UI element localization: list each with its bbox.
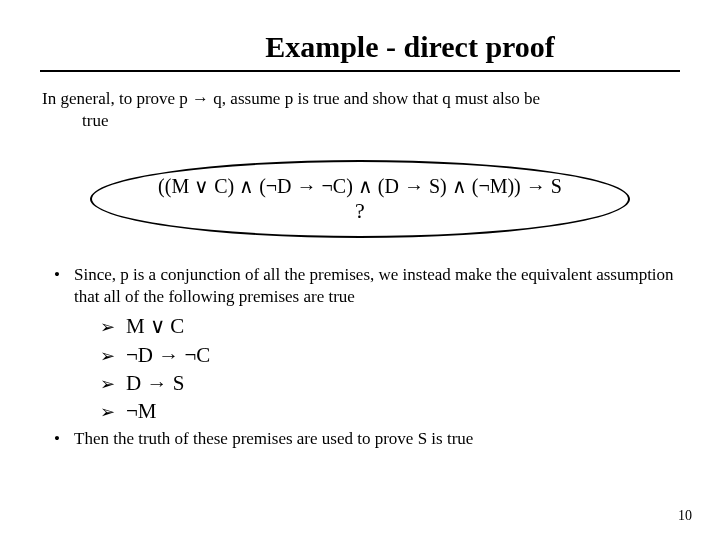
premise-3: ➢ D → S — [100, 369, 680, 397]
premise-marker-icon: ➢ — [100, 400, 126, 424]
question-mark: ? — [355, 198, 365, 224]
bullet-text-1: Since, p is a conjunction of all the pre… — [74, 264, 680, 308]
bullet-dot-icon: • — [40, 264, 74, 308]
title-underline — [40, 70, 680, 72]
page-number: 10 — [678, 508, 692, 524]
premise-4-text: ¬M — [126, 397, 157, 425]
bullet-text-2: Then the truth of these premises are use… — [74, 428, 680, 450]
premise-2-text: ¬D → ¬C — [126, 341, 210, 369]
premise-1: ➢ M ∨ C — [100, 312, 680, 340]
premise-1-text: M ∨ C — [126, 312, 184, 340]
premise-marker-icon: ➢ — [100, 315, 126, 339]
premise-4: ➢ ¬M — [100, 397, 680, 425]
premise-3-text: D → S — [126, 369, 184, 397]
formula-oval-container: ((M ∨ C) ∧ (¬D → ¬C) ∧ (D → S) ∧ (¬M)) →… — [40, 160, 680, 238]
bullet-item-2: • Then the truth of these premises are u… — [40, 428, 680, 450]
bullet-dot-icon: • — [40, 428, 74, 450]
premise-2: ➢ ¬D → ¬C — [100, 341, 680, 369]
intro-line-1: In general, to prove p → q, assume p is … — [42, 89, 540, 108]
bullet-item-1: • Since, p is a conjunction of all the p… — [40, 264, 680, 308]
intro-text: In general, to prove p → q, assume p is … — [42, 88, 680, 132]
intro-line-2: true — [82, 111, 108, 130]
slide-title: Example - direct proof — [160, 30, 660, 64]
formula-oval: ((M ∨ C) ∧ (¬D → ¬C) ∧ (D → S) ∧ (¬M)) →… — [90, 160, 630, 238]
main-formula: ((M ∨ C) ∧ (¬D → ¬C) ∧ (D → S) ∧ (¬M)) →… — [158, 175, 562, 198]
premise-marker-icon: ➢ — [100, 344, 126, 368]
premises-list: ➢ M ∨ C ➢ ¬D → ¬C ➢ D → S ➢ ¬M — [100, 312, 680, 425]
premise-marker-icon: ➢ — [100, 372, 126, 396]
